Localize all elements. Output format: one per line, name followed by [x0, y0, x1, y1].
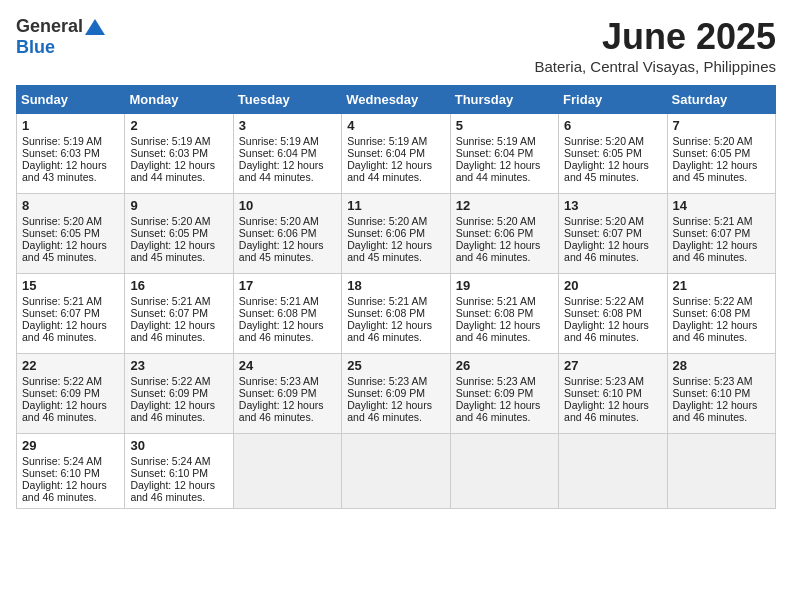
sunset-11: Sunset: 6:06 PM — [347, 227, 425, 239]
day-28: 28 Sunrise: 5:23 AM Sunset: 6:10 PM Dayl… — [667, 354, 775, 434]
sunset-23: Sunset: 6:09 PM — [130, 387, 208, 399]
day-number-6: 6 — [564, 118, 661, 133]
sunrise-24: Sunrise: 5:23 AM — [239, 375, 319, 387]
sunset-17: Sunset: 6:08 PM — [239, 307, 317, 319]
sunrise-12: Sunrise: 5:20 AM — [456, 215, 536, 227]
daylight-6: Daylight: 12 hours and 45 minutes. — [564, 159, 649, 183]
sunset-18: Sunset: 6:08 PM — [347, 307, 425, 319]
sunset-26: Sunset: 6:09 PM — [456, 387, 534, 399]
sunrise-26: Sunrise: 5:23 AM — [456, 375, 536, 387]
sunrise-18: Sunrise: 5:21 AM — [347, 295, 427, 307]
daylight-10: Daylight: 12 hours and 45 minutes. — [239, 239, 324, 263]
sunset-2: Sunset: 6:03 PM — [130, 147, 208, 159]
day-4: 4 Sunrise: 5:19 AM Sunset: 6:04 PM Dayli… — [342, 114, 450, 194]
sunset-3: Sunset: 6:04 PM — [239, 147, 317, 159]
sunrise-1: Sunrise: 5:19 AM — [22, 135, 102, 147]
day-number-15: 15 — [22, 278, 119, 293]
sunrise-11: Sunrise: 5:20 AM — [347, 215, 427, 227]
title-area: June 2025 Bateria, Central Visayas, Phil… — [534, 16, 776, 75]
header: General Blue June 2025 Bateria, Central … — [16, 16, 776, 75]
day-number-27: 27 — [564, 358, 661, 373]
empty-cell-1 — [233, 434, 341, 509]
empty-cell-2 — [342, 434, 450, 509]
col-sunday: Sunday — [17, 86, 125, 114]
sunset-4: Sunset: 6:04 PM — [347, 147, 425, 159]
sunset-10: Sunset: 6:06 PM — [239, 227, 317, 239]
sunrise-14: Sunrise: 5:21 AM — [673, 215, 753, 227]
sunrise-29: Sunrise: 5:24 AM — [22, 455, 102, 467]
logo-blue-text: Blue — [16, 37, 55, 58]
day-number-17: 17 — [239, 278, 336, 293]
sunset-7: Sunset: 6:05 PM — [673, 147, 751, 159]
calendar-week-3: 15 Sunrise: 5:21 AM Sunset: 6:07 PM Dayl… — [17, 274, 776, 354]
col-monday: Monday — [125, 86, 233, 114]
day-18: 18 Sunrise: 5:21 AM Sunset: 6:08 PM Dayl… — [342, 274, 450, 354]
sunset-13: Sunset: 6:07 PM — [564, 227, 642, 239]
sunrise-30: Sunrise: 5:24 AM — [130, 455, 210, 467]
daylight-17: Daylight: 12 hours and 46 minutes. — [239, 319, 324, 343]
sunrise-10: Sunrise: 5:20 AM — [239, 215, 319, 227]
day-number-26: 26 — [456, 358, 553, 373]
day-number-14: 14 — [673, 198, 770, 213]
sunset-27: Sunset: 6:10 PM — [564, 387, 642, 399]
day-8: 8 Sunrise: 5:20 AM Sunset: 6:05 PM Dayli… — [17, 194, 125, 274]
sunrise-28: Sunrise: 5:23 AM — [673, 375, 753, 387]
day-number-3: 3 — [239, 118, 336, 133]
day-number-29: 29 — [22, 438, 119, 453]
sunset-5: Sunset: 6:04 PM — [456, 147, 534, 159]
col-thursday: Thursday — [450, 86, 558, 114]
sunset-20: Sunset: 6:08 PM — [564, 307, 642, 319]
day-17: 17 Sunrise: 5:21 AM Sunset: 6:08 PM Dayl… — [233, 274, 341, 354]
sunrise-25: Sunrise: 5:23 AM — [347, 375, 427, 387]
day-14: 14 Sunrise: 5:21 AM Sunset: 6:07 PM Dayl… — [667, 194, 775, 274]
day-number-2: 2 — [130, 118, 227, 133]
daylight-9: Daylight: 12 hours and 45 minutes. — [130, 239, 215, 263]
sunset-14: Sunset: 6:07 PM — [673, 227, 751, 239]
sunset-6: Sunset: 6:05 PM — [564, 147, 642, 159]
svg-marker-0 — [85, 19, 105, 35]
sunset-16: Sunset: 6:07 PM — [130, 307, 208, 319]
day-number-7: 7 — [673, 118, 770, 133]
daylight-26: Daylight: 12 hours and 46 minutes. — [456, 399, 541, 423]
sunset-15: Sunset: 6:07 PM — [22, 307, 100, 319]
day-number-12: 12 — [456, 198, 553, 213]
logo: General Blue — [16, 16, 105, 58]
day-7: 7 Sunrise: 5:20 AM Sunset: 6:05 PM Dayli… — [667, 114, 775, 194]
day-23: 23 Sunrise: 5:22 AM Sunset: 6:09 PM Dayl… — [125, 354, 233, 434]
daylight-18: Daylight: 12 hours and 46 minutes. — [347, 319, 432, 343]
daylight-4: Daylight: 12 hours and 44 minutes. — [347, 159, 432, 183]
day-number-24: 24 — [239, 358, 336, 373]
daylight-12: Daylight: 12 hours and 46 minutes. — [456, 239, 541, 263]
day-number-13: 13 — [564, 198, 661, 213]
empty-cell-4 — [559, 434, 667, 509]
sunset-30: Sunset: 6:10 PM — [130, 467, 208, 479]
col-saturday: Saturday — [667, 86, 775, 114]
day-number-22: 22 — [22, 358, 119, 373]
sunrise-3: Sunrise: 5:19 AM — [239, 135, 319, 147]
sunset-21: Sunset: 6:08 PM — [673, 307, 751, 319]
day-number-30: 30 — [130, 438, 227, 453]
sunset-25: Sunset: 6:09 PM — [347, 387, 425, 399]
month-title: June 2025 — [534, 16, 776, 58]
daylight-1: Daylight: 12 hours and 43 minutes. — [22, 159, 107, 183]
day-number-16: 16 — [130, 278, 227, 293]
day-21: 21 Sunrise: 5:22 AM Sunset: 6:08 PM Dayl… — [667, 274, 775, 354]
sunset-28: Sunset: 6:10 PM — [673, 387, 751, 399]
day-number-28: 28 — [673, 358, 770, 373]
day-9: 9 Sunrise: 5:20 AM Sunset: 6:05 PM Dayli… — [125, 194, 233, 274]
sunrise-22: Sunrise: 5:22 AM — [22, 375, 102, 387]
calendar-header-row: Sunday Monday Tuesday Wednesday Thursday… — [17, 86, 776, 114]
sunset-19: Sunset: 6:08 PM — [456, 307, 534, 319]
calendar-week-5: 29 Sunrise: 5:24 AM Sunset: 6:10 PM Dayl… — [17, 434, 776, 509]
logo-general-text: General — [16, 16, 83, 37]
sunrise-5: Sunrise: 5:19 AM — [456, 135, 536, 147]
daylight-22: Daylight: 12 hours and 46 minutes. — [22, 399, 107, 423]
daylight-7: Daylight: 12 hours and 45 minutes. — [673, 159, 758, 183]
day-11: 11 Sunrise: 5:20 AM Sunset: 6:06 PM Dayl… — [342, 194, 450, 274]
daylight-25: Daylight: 12 hours and 46 minutes. — [347, 399, 432, 423]
daylight-11: Daylight: 12 hours and 45 minutes. — [347, 239, 432, 263]
calendar: Sunday Monday Tuesday Wednesday Thursday… — [16, 85, 776, 509]
day-29: 29 Sunrise: 5:24 AM Sunset: 6:10 PM Dayl… — [17, 434, 125, 509]
sunrise-23: Sunrise: 5:22 AM — [130, 375, 210, 387]
daylight-20: Daylight: 12 hours and 46 minutes. — [564, 319, 649, 343]
